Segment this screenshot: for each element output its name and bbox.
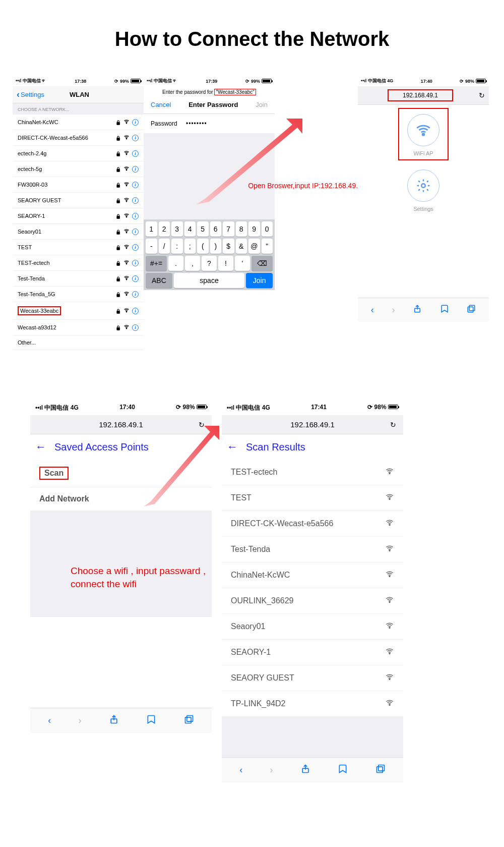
key[interactable]: , (185, 256, 200, 271)
info-icon[interactable]: i (132, 182, 139, 188)
key[interactable]: 1 (146, 221, 157, 237)
key[interactable]: - (146, 239, 157, 254)
network-row[interactable]: Wecast-33eabci (13, 302, 144, 320)
url-bar[interactable]: 192.168.49.1 ↻ (30, 415, 212, 434)
info-icon[interactable]: i (132, 213, 139, 219)
scan-result-row[interactable]: SEAORY-1 (222, 640, 403, 665)
share-icon[interactable] (300, 764, 310, 776)
info-icon[interactable]: i (132, 135, 139, 141)
network-row[interactable]: Test-Tendai (13, 271, 144, 287)
network-row[interactable]: Seaory01i (13, 224, 144, 240)
cancel-button[interactable]: Cancel (151, 101, 171, 108)
scan-result-row[interactable]: TEST-ectech (222, 460, 403, 485)
refresh-icon[interactable]: ↻ (479, 91, 485, 99)
network-row[interactable]: Test-Tenda_5Gi (13, 287, 144, 302)
url-bar[interactable]: 192.168.49.1 ↻ (358, 86, 489, 105)
shift-key[interactable]: #+= (146, 256, 167, 271)
back-icon[interactable]: ‹ (48, 715, 51, 726)
bookmarks-icon[interactable] (440, 304, 449, 316)
key[interactable]: . (168, 256, 183, 271)
info-icon[interactable]: i (132, 229, 139, 235)
info-icon[interactable]: i (132, 324, 139, 331)
key[interactable]: ; (184, 239, 196, 254)
key[interactable]: ? (202, 256, 217, 271)
key[interactable]: 2 (159, 221, 170, 237)
network-row[interactable]: ectech-2.4gi (13, 146, 144, 161)
url-bar[interactable]: 192.168.49.1 ↻ (222, 415, 403, 434)
info-icon[interactable]: i (132, 244, 139, 251)
info-icon[interactable]: i (132, 119, 139, 126)
info-icon[interactable]: i (132, 308, 139, 314)
network-row[interactable]: TEST-ectechi (13, 255, 144, 271)
network-row[interactable]: DIRECT-CK-Wecast-e5a566i (13, 130, 144, 146)
bookmarks-icon[interactable] (146, 714, 156, 727)
back-arrow-icon[interactable]: ← (227, 440, 238, 454)
refresh-icon[interactable]: ↻ (199, 421, 205, 429)
key[interactable]: 5 (197, 221, 209, 237)
scan-result-row[interactable]: SEAORY GUEST (222, 665, 403, 691)
info-icon[interactable]: i (132, 291, 139, 298)
share-icon[interactable] (413, 304, 422, 316)
join-key[interactable]: Join (246, 273, 273, 288)
wifi-ap-button[interactable] (407, 114, 439, 146)
scan-result-row[interactable]: OURLINK_36629 (222, 588, 403, 614)
back-arrow-icon[interactable]: ← (35, 440, 46, 454)
backspace-key[interactable]: ⌫ (251, 256, 273, 271)
key[interactable]: ' (235, 256, 250, 271)
key[interactable]: 0 (262, 221, 273, 237)
network-row[interactable]: ChinaNet-KcWCi (13, 115, 144, 130)
scan-result-row[interactable]: ChinaNet-KcWC (222, 562, 403, 588)
scan-result-row[interactable]: DIRECT-CK-Wecast-e5a566 (222, 511, 403, 537)
network-row[interactable]: ectech-5gi (13, 161, 144, 177)
back-icon[interactable]: ‹ (371, 305, 374, 315)
info-icon[interactable]: i (132, 150, 139, 157)
scan-row[interactable]: Scan (30, 460, 212, 487)
network-row[interactable]: SEAORY GUESTi (13, 193, 144, 208)
scan-result-row[interactable]: TEST (222, 485, 403, 511)
key[interactable]: 9 (248, 221, 260, 237)
key[interactable]: @ (248, 239, 260, 254)
svg-point-27 (389, 550, 390, 551)
key[interactable]: 4 (184, 221, 196, 237)
tabs-icon[interactable] (375, 764, 386, 776)
bookmarks-icon[interactable] (338, 764, 348, 776)
join-button[interactable]: Join (256, 101, 268, 108)
network-row[interactable]: TESTi (13, 240, 144, 255)
key[interactable]: " (262, 239, 273, 254)
key[interactable]: 7 (223, 221, 234, 237)
key[interactable]: 3 (171, 221, 183, 237)
abc-key[interactable]: ABC (146, 273, 172, 288)
key[interactable]: $ (223, 239, 234, 254)
other-row[interactable]: Other... (13, 335, 144, 350)
share-icon[interactable] (109, 714, 119, 727)
tabs-icon[interactable] (184, 714, 194, 727)
network-row[interactable]: SEAORY-1i (13, 208, 144, 224)
info-icon[interactable]: i (132, 166, 139, 173)
info-icon[interactable]: i (132, 260, 139, 266)
back-icon[interactable]: ‹ (239, 765, 242, 775)
scan-result-row[interactable]: Test-Tenda (222, 537, 403, 562)
key[interactable]: 6 (210, 221, 222, 237)
add-network-row[interactable]: Add Network (30, 487, 212, 511)
key[interactable]: / (159, 239, 170, 254)
password-field-row[interactable]: Password •••••••• (144, 114, 275, 134)
tabs-icon[interactable] (467, 304, 476, 316)
key[interactable]: ) (210, 239, 222, 254)
key[interactable]: ! (218, 256, 233, 271)
space-key[interactable]: space (174, 273, 245, 288)
settings-button[interactable] (407, 170, 439, 202)
scan-result-row[interactable]: Seaory01 (222, 614, 403, 640)
key[interactable]: : (171, 239, 183, 254)
key[interactable]: 8 (236, 221, 247, 237)
info-icon[interactable]: i (132, 197, 139, 204)
key[interactable]: ( (197, 239, 209, 254)
annotation-choose-wifi: Choose a wifi , input passward , connect… (71, 564, 212, 590)
scan-result-row[interactable]: TP-LINK_94D2 (222, 691, 403, 717)
info-icon[interactable]: i (132, 275, 139, 282)
back-button[interactable]: Settings (17, 89, 44, 100)
url-highlight: 192.168.49.1 (388, 89, 453, 101)
refresh-icon[interactable]: ↻ (390, 421, 396, 429)
network-row[interactable]: Wecast-a93d12i (13, 320, 144, 335)
network-row[interactable]: FW300R-03i (13, 177, 144, 193)
key[interactable]: & (236, 239, 247, 254)
